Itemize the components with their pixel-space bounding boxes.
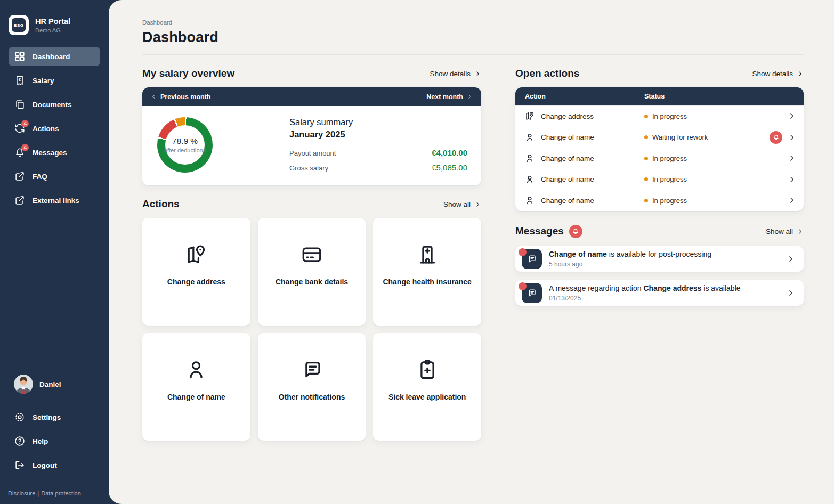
sidebar-item-settings[interactable]: Settings xyxy=(9,408,100,427)
breadcrumb: Dashboard xyxy=(142,19,804,26)
main-content: Dashboard Dashboard My salary overview S… xyxy=(109,0,834,504)
sidebar-item-faq[interactable]: FAQ xyxy=(9,167,100,186)
sidebar-item-label: Logout xyxy=(33,461,57,469)
actions-show-all-link[interactable]: Show all xyxy=(443,200,481,208)
message-timestamp: 5 hours ago xyxy=(549,261,787,268)
gross-salary-row: Gross salary €5,085.00 xyxy=(289,163,467,172)
status-dot xyxy=(644,157,648,160)
notification-badge xyxy=(21,144,29,151)
right-column: Open actions Show details Action Status xyxy=(515,55,804,441)
table-row[interactable]: Change of name In progress xyxy=(515,148,804,169)
disclosure-link[interactable]: Disclosure xyxy=(8,490,35,497)
person-icon xyxy=(524,195,535,206)
status-dot xyxy=(644,199,648,202)
table-row[interactable]: Change of name In progress xyxy=(515,169,804,190)
person-icon xyxy=(524,174,535,185)
chevron-right-icon xyxy=(788,175,796,184)
salary-donut: 78.9 % after deductions xyxy=(157,117,213,173)
open-actions-show-details-link[interactable]: Show details xyxy=(752,70,804,78)
legal-separator: | xyxy=(37,490,39,497)
chevron-right-icon xyxy=(787,289,795,297)
sidebar-item-help[interactable]: Help xyxy=(9,432,100,451)
donut-center-label: after deductions xyxy=(164,147,206,153)
gross-salary-label: Gross salary xyxy=(289,164,328,172)
sidebar-item-label: Settings xyxy=(33,413,61,421)
actions-grid: Change address Change bank details Chang… xyxy=(142,218,481,441)
sidebar-item-messages[interactable]: Messages xyxy=(9,143,100,162)
rework-alert-badge xyxy=(770,131,782,144)
column-header-status: Status xyxy=(644,93,665,100)
chevron-right-icon xyxy=(788,196,796,205)
column-header-action: Action xyxy=(525,93,644,100)
receipt-euro-icon xyxy=(14,75,26,86)
salary-summary-month: January 2025 xyxy=(289,129,467,140)
sync-icon xyxy=(14,123,26,134)
payout-amount-row: Payout amount €4,010.00 xyxy=(289,148,467,157)
legal-links: Disclosure|Data protection xyxy=(0,479,109,504)
sidebar-bottom: Daniel Settings Help Logout xyxy=(0,375,109,479)
gross-salary-value: €5,085.00 xyxy=(432,163,467,172)
sidebar: BSG HR Portal Demo AG Dashboard Salary D… xyxy=(0,0,109,504)
sidebar-item-label: Help xyxy=(33,437,48,445)
person-icon xyxy=(524,132,535,143)
chevron-right-icon xyxy=(797,70,804,77)
sidebar-item-label: Messages xyxy=(33,149,67,157)
chevron-right-icon xyxy=(474,70,481,77)
app-subtitle: Demo AG xyxy=(35,27,70,34)
data-protection-link[interactable]: Data protection xyxy=(41,490,81,497)
sidebar-item-logout[interactable]: Logout xyxy=(9,456,100,475)
table-row[interactable]: Change address In progress xyxy=(515,105,804,127)
app-root: BSG HR Portal Demo AG Dashboard Salary D… xyxy=(0,0,834,504)
action-card-change-address[interactable]: Change address xyxy=(142,218,250,326)
action-card-other-notifications[interactable]: Other notifications xyxy=(258,333,366,441)
chevron-right-icon xyxy=(474,201,481,208)
documents-icon xyxy=(14,99,26,110)
messages-heading: Messages xyxy=(515,225,564,237)
app-title: HR Portal xyxy=(35,17,70,26)
chevron-right-icon xyxy=(787,255,795,263)
avatar xyxy=(14,375,33,394)
salary-overview-heading: My salary overview xyxy=(142,68,234,79)
page-title: Dashboard xyxy=(142,29,804,46)
action-card-change-of-name[interactable]: Change of name xyxy=(142,333,250,441)
sidebar-item-label: Dashboard xyxy=(33,53,70,61)
app-logo-text: BSG xyxy=(12,18,26,32)
messages-alert-badge xyxy=(569,225,582,238)
unread-dot xyxy=(519,248,527,256)
next-month-button[interactable]: Next month xyxy=(426,93,473,101)
action-card-change-health-insurance[interactable]: Change health insurance xyxy=(373,218,481,326)
table-row[interactable]: Change of name Waiting for rework xyxy=(515,127,804,148)
previous-month-button[interactable]: Previous month xyxy=(151,93,210,101)
gear-icon xyxy=(14,411,26,423)
external-link-icon xyxy=(14,194,26,206)
left-column: My salary overview Show details Previous… xyxy=(142,55,481,441)
user-name: Daniel xyxy=(39,380,61,388)
logout-icon xyxy=(14,459,26,471)
sidebar-item-actions[interactable]: Actions xyxy=(9,119,100,138)
salary-show-details-link[interactable]: Show details xyxy=(430,70,481,78)
message-card[interactable]: Change of name is available for post-pro… xyxy=(515,246,804,272)
help-icon xyxy=(14,435,26,447)
app-logo: BSG xyxy=(9,15,29,35)
message-text: Change of name is available for post-pro… xyxy=(549,250,711,258)
user-profile[interactable]: Daniel xyxy=(9,375,100,394)
table-row[interactable]: Change of name In progress xyxy=(515,190,804,211)
action-card-sick-leave-application[interactable]: Sick leave application xyxy=(373,333,481,441)
bell-icon xyxy=(14,147,26,158)
sidebar-item-documents[interactable]: Documents xyxy=(9,95,100,114)
sidebar-item-salary[interactable]: Salary xyxy=(9,71,100,90)
app-brand: BSG HR Portal Demo AG xyxy=(0,0,109,47)
sidebar-item-label: External links xyxy=(33,197,79,205)
sidebar-item-label: Salary xyxy=(33,77,54,85)
open-actions-heading: Open actions xyxy=(515,68,579,79)
person-icon xyxy=(524,153,535,164)
message-card[interactable]: A message regarding action Change addres… xyxy=(515,280,804,306)
chevron-right-icon xyxy=(788,133,796,142)
action-card-change-bank-details[interactable]: Change bank details xyxy=(258,218,366,326)
hospital-icon xyxy=(415,242,440,267)
sidebar-item-external-links[interactable]: External links xyxy=(9,191,100,210)
sidebar-item-label: FAQ xyxy=(33,173,47,181)
messages-show-all-link[interactable]: Show all xyxy=(766,227,804,235)
sidebar-item-dashboard[interactable]: Dashboard xyxy=(9,47,100,66)
status-dot xyxy=(644,115,648,118)
